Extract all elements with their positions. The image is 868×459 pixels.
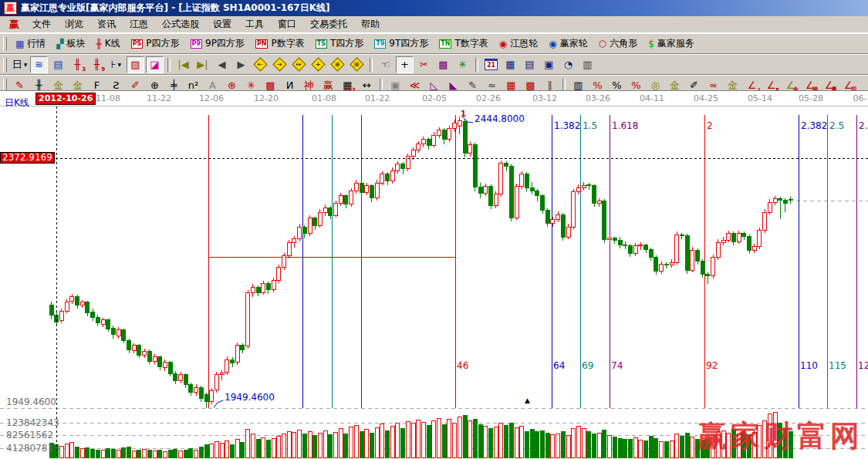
diamond-plus-icon[interactable]: + xyxy=(309,56,327,73)
9p-square-icon: P9 xyxy=(191,39,202,49)
toolbar-button-9T四方形[interactable]: T99T四方形 xyxy=(369,35,434,52)
first-bar-icon[interactable]: |◀ xyxy=(174,56,192,73)
volume-bar xyxy=(70,443,74,457)
diamond-grid-icon[interactable]: ⊞ xyxy=(348,56,366,73)
candle-body xyxy=(302,227,306,233)
candle-body xyxy=(132,346,136,351)
grid9-icon[interactable]: ╫9 xyxy=(88,56,106,73)
toolbar-button-K线[interactable]: ╫K线 xyxy=(91,35,126,52)
info-panel-icon[interactable]: ▤ xyxy=(49,56,67,73)
volume-bar xyxy=(354,425,358,457)
menu-item-6[interactable]: 工具 xyxy=(238,17,271,31)
period-day-selector[interactable]: 日▼ xyxy=(11,56,29,73)
toolbar-button-板块[interactable]: ▞板块 xyxy=(51,35,90,52)
candle-type-selector[interactable]: ⊦▼ xyxy=(107,56,125,73)
pattern-icon[interactable]: ✳ xyxy=(454,56,471,73)
volume-bar xyxy=(137,450,141,457)
toolbar-button-9P四方形[interactable]: P99P四方形 xyxy=(185,35,250,52)
candle-body xyxy=(576,187,580,191)
menu-item-9[interactable]: 帮助 xyxy=(354,17,387,31)
toolbar-button-P数字表[interactable]: PNP数字表 xyxy=(250,35,310,52)
window-title: 赢家江恩专业版[赢家内部服务平台] - [上证指数 SH1A0001-167日K… xyxy=(21,2,330,15)
grid3-icon[interactable]: ╫3 xyxy=(69,56,86,73)
volume-bar xyxy=(147,450,151,457)
volume-bar xyxy=(396,423,400,457)
candle-body xyxy=(70,296,74,301)
axis-label: 82561562 xyxy=(6,430,53,440)
toolbar-button-label: 9T四方形 xyxy=(389,37,428,50)
date-tick-label: 01-08 xyxy=(312,93,336,103)
volume-bar xyxy=(91,449,95,457)
toolbar-button-label: 赢家轮 xyxy=(560,37,588,50)
candle-body xyxy=(246,293,250,346)
candle-body xyxy=(520,174,524,187)
calendar-icon[interactable]: 21 xyxy=(482,56,500,73)
candle-body xyxy=(401,164,405,169)
gann-count-label: 115 xyxy=(829,360,846,371)
menu-item-0[interactable]: 文件 xyxy=(25,17,58,31)
toolbar-button-label: P数字表 xyxy=(271,37,304,50)
toolbar-button-T数字表[interactable]: TNT数字表 xyxy=(434,35,494,52)
notes-icon[interactable]: ▤ xyxy=(521,56,539,73)
print-icon[interactable]: ▥ xyxy=(579,56,596,73)
menu-item-8[interactable]: 交易委托 xyxy=(303,17,354,31)
candle-body xyxy=(463,122,467,153)
calculator-icon[interactable]: ▦ xyxy=(502,56,519,73)
toolbar-button-赢家轮[interactable]: ◉赢家轮 xyxy=(543,35,593,52)
candle-body xyxy=(593,186,596,204)
gann-box-icon[interactable]: ▧ xyxy=(127,56,144,73)
volume-bar xyxy=(421,422,425,457)
candle-body xyxy=(525,174,529,188)
save-icon[interactable]: ▣ xyxy=(540,56,558,73)
candle-body xyxy=(231,359,235,363)
volume-bar xyxy=(106,448,110,457)
cut-icon[interactable]: ✂ xyxy=(415,56,433,73)
diamond-circle-icon[interactable]: ⊕ xyxy=(329,56,346,73)
menu-item-1[interactable]: 浏览 xyxy=(58,17,90,31)
toolbar-button-行情[interactable]: ▦行情 xyxy=(10,35,51,52)
toolbar-button-江恩轮[interactable]: ◉江恩轮 xyxy=(494,35,543,52)
volume-bar xyxy=(318,433,322,457)
last-bar-icon[interactable]: ▶| xyxy=(194,56,211,73)
toolbar-button-六角形[interactable]: ⬡六角形 xyxy=(593,35,643,52)
candle-body xyxy=(354,183,358,191)
title-bar: 赢 赢家江恩专业版[赢家内部服务平台] - [上证指数 SH1A0001-167… xyxy=(0,0,868,16)
toolbar-button-T四方形[interactable]: TST四方形 xyxy=(310,35,370,52)
menu-item-2[interactable]: 资讯 xyxy=(90,17,123,31)
mark-icon[interactable]: ▩ xyxy=(434,56,452,73)
date-tick-label: 02-05 xyxy=(422,93,447,103)
volume-bar xyxy=(231,444,235,457)
date-tick-label: 06-1 xyxy=(853,93,868,103)
menu-item-5[interactable]: 设置 xyxy=(206,17,238,31)
toolbar-button-P四方形[interactable]: PSP四方形 xyxy=(126,35,185,52)
diamond-right-icon[interactable]: → xyxy=(271,56,289,73)
candle-body xyxy=(587,184,591,186)
diamond-hexpand-icon[interactable]: ↔ xyxy=(290,56,308,73)
candle-body xyxy=(80,302,84,305)
candle-body xyxy=(86,302,90,313)
hand-drag-icon[interactable]: ☜ xyxy=(377,56,394,73)
kline-chart-area[interactable]: 11-0811-2212-0612-2001-0801-2202-0502-26… xyxy=(0,90,868,459)
volume-bar xyxy=(505,425,508,457)
menu-item-3[interactable]: 江恩 xyxy=(123,17,155,31)
volume-bar xyxy=(189,448,193,457)
color-chart-icon[interactable]: ◪ xyxy=(146,56,164,73)
menu-item-4[interactable]: 公式选股 xyxy=(155,17,206,31)
next-bar-icon[interactable]: ▶ xyxy=(232,56,250,73)
candle-body xyxy=(266,284,270,290)
date-tick-label: 04-25 xyxy=(694,93,718,103)
menu-item-7[interactable]: 窗口 xyxy=(271,17,303,31)
volume-bar xyxy=(204,445,208,457)
volume-bar xyxy=(308,432,312,457)
toolbar-button-label: 板块 xyxy=(67,37,86,50)
9t-square-icon: T9 xyxy=(374,39,386,49)
prev-bar-icon[interactable]: ◀ xyxy=(213,56,231,73)
kline-chart-canvas xyxy=(0,91,868,459)
world-clock-icon[interactable]: ◔ xyxy=(559,56,577,73)
crosshair-tool-icon[interactable]: + xyxy=(396,56,414,73)
diamond-left-icon[interactable]: ← xyxy=(252,56,269,73)
overlay-windows-icon[interactable]: ≋ xyxy=(30,56,48,73)
toolbar-separator xyxy=(370,58,373,72)
candle-body xyxy=(49,305,53,315)
toolbar-button-赢家服务[interactable]: $赢家服务 xyxy=(643,35,700,52)
